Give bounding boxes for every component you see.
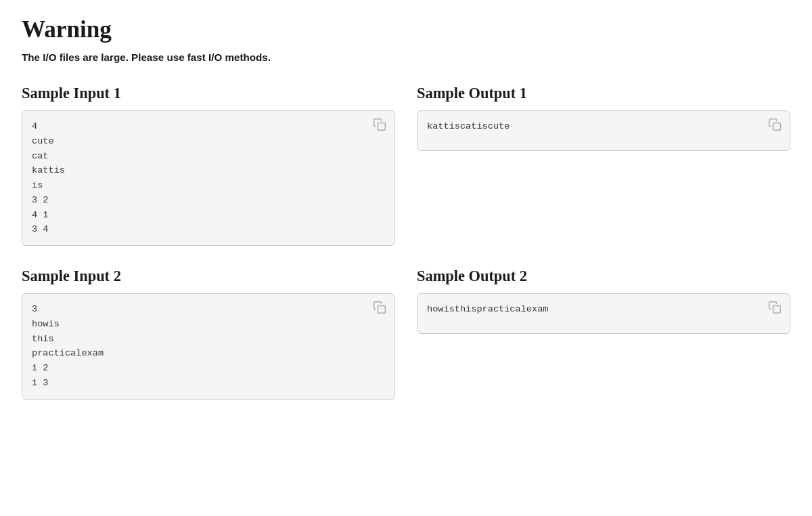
sample-output-2-section: Sample Output 2 howisthispracticalexam <box>417 267 790 400</box>
sample-output-2-heading: Sample Output 2 <box>417 267 790 285</box>
page-title: Warning <box>22 16 790 43</box>
sample-input-2-box: 3 howis this practicalexam 1 2 1 3 <box>22 293 395 400</box>
sample-input-1-content: 4 cute cat kattis is 3 2 4 1 3 4 <box>32 121 65 234</box>
sample-input-2-content: 3 howis this practicalexam 1 2 1 3 <box>32 304 104 388</box>
sample-output-1-box: kattiscatiscute <box>417 110 790 151</box>
samples-grid: Sample Input 1 4 cute cat kattis is 3 2 … <box>22 85 790 421</box>
sample-output-2-box: howisthispracticalexam <box>417 293 790 334</box>
svg-rect-2 <box>378 306 386 314</box>
copy-input-1-icon[interactable] <box>373 118 388 133</box>
sample-input-2-section: Sample Input 2 3 howis this practicalexa… <box>22 267 395 400</box>
sample-input-1-heading: Sample Input 1 <box>22 85 395 102</box>
svg-rect-3 <box>773 306 781 314</box>
warning-text: The I/O files are large. Please use fast… <box>22 51 790 63</box>
svg-rect-0 <box>378 123 386 131</box>
sample-input-2-heading: Sample Input 2 <box>22 267 395 285</box>
sample-output-1-heading: Sample Output 1 <box>417 85 790 102</box>
copy-input-2-icon[interactable] <box>373 301 388 316</box>
copy-output-2-icon[interactable] <box>768 301 783 316</box>
sample-input-1-section: Sample Input 1 4 cute cat kattis is 3 2 … <box>22 85 395 246</box>
svg-rect-1 <box>773 123 781 131</box>
sample-output-2-content: howisthispracticalexam <box>427 304 548 314</box>
sample-output-1-section: Sample Output 1 kattiscatiscute <box>417 85 790 246</box>
sample-output-1-content: kattiscatiscute <box>427 121 510 131</box>
sample-input-1-box: 4 cute cat kattis is 3 2 4 1 3 4 <box>22 110 395 246</box>
copy-output-1-icon[interactable] <box>768 118 783 133</box>
